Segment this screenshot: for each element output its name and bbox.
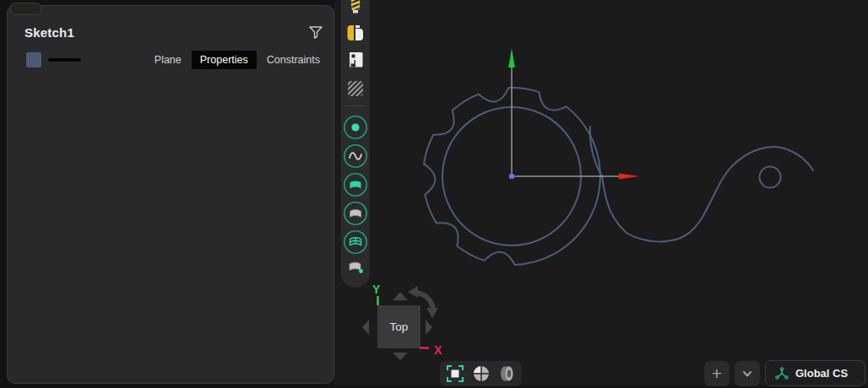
shaded-view-button[interactable] bbox=[470, 363, 492, 385]
panel-handle[interactable] bbox=[10, 3, 41, 15]
panel-tab-bar: Plane Properties Constraints bbox=[150, 51, 324, 69]
camera-projection-button[interactable] bbox=[496, 363, 518, 385]
hatch-pattern-icon[interactable] bbox=[346, 79, 365, 98]
gizmo-face-label: Top bbox=[390, 321, 409, 333]
gizmo-y-label: Y bbox=[372, 283, 381, 296]
gizmo-arrow-down[interactable] bbox=[393, 353, 408, 360]
sheet-with-point-tool-icon[interactable] bbox=[344, 259, 367, 279]
point-tool-icon[interactable] bbox=[343, 115, 368, 140]
zoom-fit-frame-icon bbox=[446, 364, 464, 383]
axis-tripod-icon bbox=[774, 366, 789, 381]
surface-grid-tool-icon[interactable] bbox=[343, 229, 368, 255]
rotate-arrowhead-icon[interactable] bbox=[408, 286, 418, 298]
gizmo-arrow-left[interactable] bbox=[362, 320, 369, 335]
view-controls-cluster bbox=[440, 361, 522, 386]
sketch-tail-spline[interactable] bbox=[590, 127, 813, 241]
view-gizmo: Y X Top bbox=[362, 283, 442, 360]
color-swatch[interactable] bbox=[26, 52, 41, 67]
cs-selector-button[interactable]: Global CS bbox=[765, 360, 865, 386]
surface-shell-tool-icon[interactable] bbox=[343, 201, 368, 226]
surface-solid-tool-icon[interactable] bbox=[343, 172, 368, 197]
sketch-small-circle[interactable] bbox=[760, 166, 781, 187]
filter-icon[interactable] bbox=[308, 24, 323, 40]
striped-pencil-icon[interactable] bbox=[345, 0, 366, 17]
y-axis-arrow-icon[interactable] bbox=[508, 48, 515, 67]
toolbar-divider bbox=[345, 105, 366, 106]
sketch-properties-panel: Sketch1 Plane Properties Constraints bbox=[7, 5, 334, 384]
tab-constraints[interactable]: Constraints bbox=[263, 51, 324, 69]
spline-curve-tool-icon[interactable] bbox=[343, 143, 368, 169]
cs-selector-label: Global CS bbox=[795, 367, 848, 380]
tab-plane[interactable]: Plane bbox=[150, 51, 186, 69]
chevron-down-icon bbox=[741, 367, 754, 380]
gizmo-arrow-right[interactable] bbox=[426, 320, 432, 335]
cs-dropdown-button[interactable] bbox=[735, 361, 760, 386]
half-solid-icon[interactable] bbox=[345, 24, 366, 42]
sketch-toolbar bbox=[341, 0, 370, 288]
origin-point[interactable] bbox=[509, 174, 514, 179]
line-style-preview[interactable] bbox=[48, 58, 81, 62]
sketch-drawing: Y X Top bbox=[334, 0, 868, 388]
gizmo-x-label: X bbox=[434, 343, 442, 357]
tab-properties[interactable]: Properties bbox=[192, 51, 257, 69]
camera-lens-icon bbox=[496, 364, 517, 383]
x-axis-arrow-icon[interactable] bbox=[619, 173, 639, 179]
gizmo-arrow-up[interactable] bbox=[393, 292, 408, 300]
app-window: Y X Top Sketch1 Plane Properties Constra… bbox=[0, 0, 868, 388]
add-cs-button[interactable]: + bbox=[704, 361, 730, 386]
rotate-arrowhead-icon[interactable] bbox=[426, 308, 438, 318]
page-title: Sketch1 bbox=[18, 25, 74, 40]
journal-icon[interactable] bbox=[345, 51, 366, 69]
shaded-sphere-icon bbox=[472, 364, 491, 383]
zoom-fit-button[interactable] bbox=[444, 363, 466, 385]
